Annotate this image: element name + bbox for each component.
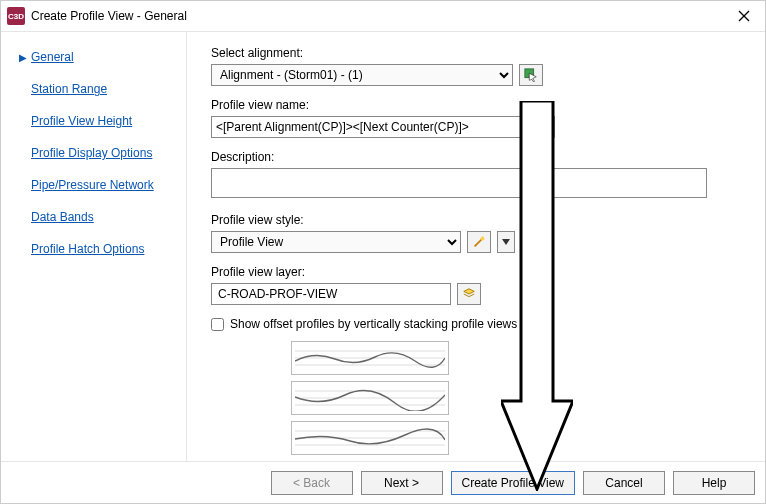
profile-view-layer-label: Profile view layer:	[211, 265, 745, 279]
sidebar-item-general[interactable]: ▶ General	[19, 50, 176, 64]
stacking-checkbox-label: Show offset profiles by vertically stack…	[230, 317, 517, 331]
stacking-preview-1	[291, 341, 449, 375]
stacking-previews	[291, 341, 745, 455]
close-button[interactable]	[729, 4, 759, 28]
sidebar-item-pipe-pressure-network[interactable]: ▶ Pipe/Pressure Network	[19, 178, 176, 192]
stacking-preview-2	[291, 381, 449, 415]
profile-view-style-label: Profile view style:	[211, 213, 745, 227]
style-dropdown-button[interactable]	[497, 231, 515, 253]
sidebar-item-label: Data Bands	[31, 210, 94, 224]
wizard-footer: < Back Next > Create Profile View Cancel…	[1, 461, 765, 503]
chevron-down-icon	[502, 239, 510, 245]
sidebar-item-profile-display-options[interactable]: ▶ Profile Display Options	[19, 146, 176, 160]
sidebar-item-label: General	[31, 50, 74, 64]
field-description: Description:	[211, 150, 745, 201]
back-button: < Back	[271, 471, 353, 495]
close-icon	[738, 10, 750, 22]
field-select-alignment: Select alignment: Alignment - (Storm01) …	[211, 46, 745, 86]
sidebar-item-label: Profile View Height	[31, 114, 132, 128]
window-title: Create Profile View - General	[31, 9, 729, 23]
sidebar: ▶ General ▶ Station Range ▶ Profile View…	[1, 32, 187, 461]
layer-pick-button[interactable]	[457, 283, 481, 305]
profile-view-name-input[interactable]	[211, 116, 521, 138]
description-input[interactable]	[211, 168, 707, 198]
sidebar-item-label: Station Range	[31, 82, 107, 96]
stacking-checkbox-row[interactable]: Show offset profiles by vertically stack…	[211, 317, 745, 331]
field-profile-view-name: Profile view name:	[211, 98, 745, 138]
field-profile-view-style: Profile view style: Profile View	[211, 213, 745, 253]
pick-from-drawing-icon	[524, 68, 538, 82]
alignment-select[interactable]: Alignment - (Storm01) - (1)	[211, 64, 513, 86]
profile-view-style-select[interactable]: Profile View	[211, 231, 461, 253]
style-edit-button[interactable]	[467, 231, 491, 253]
app-icon: C3D	[7, 7, 25, 25]
help-button[interactable]: Help	[673, 471, 755, 495]
profile-view-layer-value: C-ROAD-PROF-VIEW	[211, 283, 451, 305]
next-button[interactable]: Next >	[361, 471, 443, 495]
wand-icon	[472, 235, 486, 249]
stacking-checkbox[interactable]	[211, 318, 224, 331]
preview-icon	[295, 385, 445, 411]
sidebar-item-profile-view-height[interactable]: ▶ Profile View Height	[19, 114, 176, 128]
create-profile-view-button[interactable]: Create Profile View	[451, 471, 576, 495]
preview-icon	[295, 345, 445, 371]
sidebar-item-profile-hatch-options[interactable]: ▶ Profile Hatch Options	[19, 242, 176, 256]
profile-view-name-label: Profile view name:	[211, 98, 745, 112]
sidebar-item-label: Pipe/Pressure Network	[31, 178, 154, 192]
description-label: Description:	[211, 150, 745, 164]
svg-point-7	[481, 237, 485, 241]
cancel-button[interactable]: Cancel	[583, 471, 665, 495]
content-pane: Select alignment: Alignment - (Storm01) …	[187, 32, 765, 461]
field-profile-view-layer: Profile view layer: C-ROAD-PROF-VIEW	[211, 265, 745, 305]
chevron-right-icon: ▶	[19, 52, 29, 63]
layers-icon	[462, 287, 476, 301]
sidebar-item-data-bands[interactable]: ▶ Data Bands	[19, 210, 176, 224]
sidebar-item-station-range[interactable]: ▶ Station Range	[19, 82, 176, 96]
stacking-preview-3	[291, 421, 449, 455]
sidebar-item-label: Profile Display Options	[31, 146, 152, 160]
name-template-icon	[536, 120, 550, 134]
name-template-button[interactable]	[531, 116, 555, 138]
preview-icon	[295, 425, 445, 451]
wizard-body: ▶ General ▶ Station Range ▶ Profile View…	[1, 31, 765, 461]
sidebar-item-label: Profile Hatch Options	[31, 242, 144, 256]
pick-alignment-button[interactable]	[519, 64, 543, 86]
titlebar: C3D Create Profile View - General	[1, 1, 765, 31]
wizard-window: C3D Create Profile View - General ▶ Gene…	[0, 0, 766, 504]
select-alignment-label: Select alignment:	[211, 46, 745, 60]
